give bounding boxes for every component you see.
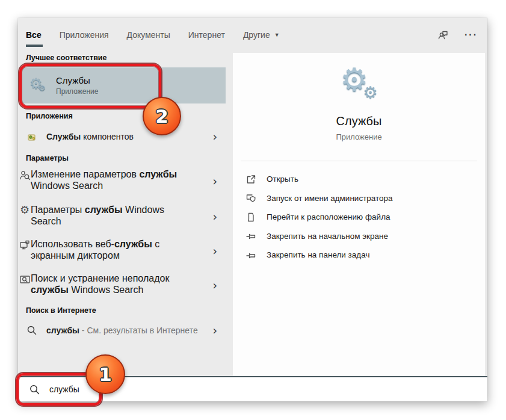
chevron-right-icon: › xyxy=(212,131,217,143)
action-run-as-admin[interactable]: Запуск от имени администратора xyxy=(233,189,485,208)
action-open[interactable]: Открыть xyxy=(233,170,485,189)
component-services-icon xyxy=(26,132,38,142)
chevron-right-icon: › xyxy=(212,211,217,223)
result-search-service-settings[interactable]: ⚙ Параметры службы Windows Search › xyxy=(19,204,226,232)
result-troubleshoot-search[interactable]: Поиск и устранение неполадок службы Wind… xyxy=(19,273,226,300)
action-open-file-location[interactable]: Перейти к расположению файла xyxy=(233,208,485,227)
search-flyout-window: Все Приложения Документы Интернет Другие… xyxy=(18,18,487,401)
section-web-search: Поиск в Интернете xyxy=(26,306,96,315)
preview-subtitle: Приложение xyxy=(233,132,485,141)
chevron-down-icon: ▼ xyxy=(274,32,280,38)
result-change-search-settings[interactable]: Изменение параметров службы Windows Sear… xyxy=(19,168,226,196)
preview-title: Службы xyxy=(233,114,485,128)
file-location-icon xyxy=(245,212,256,223)
tab-web[interactable]: Интернет xyxy=(188,18,225,51)
troubleshoot-search-icon xyxy=(19,274,31,285)
section-settings: Параметры xyxy=(26,154,69,162)
pin-icon xyxy=(245,230,256,241)
tab-apps[interactable]: Приложения xyxy=(60,18,109,51)
annotation-badge-step2: 2 xyxy=(143,97,181,135)
tab-all[interactable]: Все xyxy=(26,18,42,51)
annotation-box-step2 xyxy=(19,64,161,108)
user-search-icon xyxy=(19,170,31,181)
action-pin-to-taskbar[interactable]: Закрепить на панели задач xyxy=(233,246,485,265)
chevron-right-icon: › xyxy=(212,280,217,291)
result-component-services[interactable]: Службы компонентов › xyxy=(19,126,226,147)
annotation-badge-step1: 1 xyxy=(85,354,125,394)
more-options-icon[interactable]: ··· xyxy=(464,32,478,38)
result-web-services-narrator[interactable]: Использовать веб-службы с экранным дикто… xyxy=(19,238,226,266)
gear-icon: ⚙ xyxy=(19,205,31,215)
chevron-right-icon: › xyxy=(212,176,217,187)
search-icon xyxy=(26,325,38,336)
user-feedback-icon[interactable] xyxy=(437,28,450,42)
open-icon xyxy=(245,174,256,185)
section-best-match: Лучшее соответствие xyxy=(26,54,106,62)
divider xyxy=(241,161,477,161)
preview-panel: ⚙⚙ Службы Приложение Открыть xyxy=(233,53,485,376)
chevron-right-icon: › xyxy=(212,246,217,257)
tab-more[interactable]: Другие ▼ xyxy=(243,18,280,51)
run-as-admin-icon xyxy=(245,193,256,203)
pin-icon xyxy=(245,250,256,261)
services-app-icon: ⚙⚙ xyxy=(332,66,386,106)
search-tab-bar: Все Приложения Документы Интернет Другие… xyxy=(18,18,487,51)
result-web-search-services[interactable]: службы - См. результаты в Интернете › xyxy=(19,320,226,341)
tab-documents[interactable]: Документы xyxy=(127,18,170,51)
action-pin-to-start[interactable]: Закрепить на начальном экране xyxy=(233,227,485,246)
chevron-right-icon: › xyxy=(212,325,217,336)
section-apps: Приложения xyxy=(26,112,73,120)
monitor-chat-icon xyxy=(19,239,31,251)
